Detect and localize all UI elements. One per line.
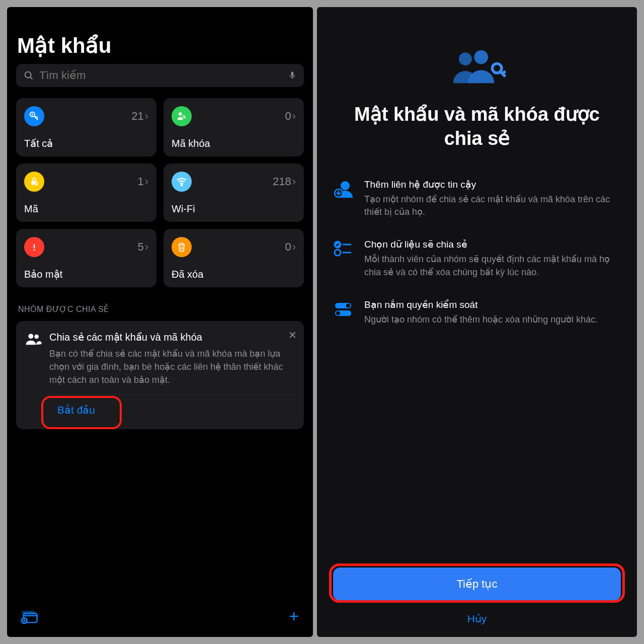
category-grid: 21› Tất cả 0› Mã khóa 1› — [16, 98, 304, 287]
bottom-toolbar: + — [16, 597, 304, 637]
passwords-screen: Mật khẩu 21› Tất cả — [7, 7, 313, 637]
feature-control: Bạn nắm quyền kiểm soát Người tạo nhóm c… — [333, 299, 621, 326]
svg-rect-19 — [22, 611, 34, 614]
svg-point-16 — [28, 334, 33, 339]
svg-rect-12 — [34, 244, 35, 248]
svg-point-17 — [34, 335, 39, 339]
tile-count: 1 — [137, 175, 143, 188]
tile-deleted[interactable]: 0› Đã xóa — [164, 229, 304, 287]
svg-point-38 — [346, 303, 350, 307]
mic-icon[interactable] — [288, 70, 297, 81]
tile-passkeys[interactable]: 0› Mã khóa — [164, 98, 304, 156]
alert-icon — [24, 237, 44, 257]
tile-count: 5 — [137, 240, 143, 254]
tile-label: Bảo mật — [24, 268, 148, 280]
feature-desc: Tạo một nhóm để chia sẻ các mật khẩu và … — [364, 193, 621, 218]
chevron-icon: › — [292, 175, 296, 188]
svg-point-6 — [179, 112, 182, 115]
people-key-icon — [447, 48, 507, 85]
feature-trusted-contacts: Thêm liên hệ được tin cậy Tạo một nhóm đ… — [333, 179, 621, 218]
toggles-icon — [333, 299, 353, 319]
chevron-icon: › — [145, 175, 148, 188]
svg-point-25 — [474, 50, 488, 64]
feature-choose-data: Chọn dữ liệu sẽ chia sẻ Mỗi thành viên c… — [333, 238, 621, 278]
chevron-icon: › — [145, 240, 148, 254]
share-card-title: Chia sẻ các mật khẩu và mã khóa — [49, 331, 295, 343]
wifi-icon — [172, 172, 192, 192]
search-icon — [23, 70, 34, 81]
svg-point-5 — [32, 114, 33, 115]
svg-point-11 — [181, 185, 183, 186]
wallet-add-icon[interactable] — [21, 609, 38, 624]
checklist-icon — [333, 238, 353, 259]
close-icon[interactable]: ✕ — [288, 329, 297, 341]
svg-rect-2 — [291, 72, 294, 76]
tile-label: Đã xóa — [172, 269, 296, 280]
divider — [49, 394, 295, 395]
svg-point-24 — [459, 52, 472, 65]
key-icon — [24, 106, 44, 126]
svg-point-0 — [25, 72, 31, 78]
continue-button[interactable]: Tiếp tục — [333, 568, 621, 601]
tile-codes[interactable]: 1› Mã — [16, 164, 156, 222]
tile-label: Mã khóa — [172, 138, 296, 149]
tile-security[interactable]: 5› Bảo mật — [16, 229, 156, 287]
people-icon — [25, 332, 42, 346]
tile-count: 21 — [131, 110, 143, 123]
tile-count: 0 — [285, 110, 291, 123]
hero-title: Mật khẩu và mã khóa được chia sẻ — [333, 103, 621, 150]
svg-point-40 — [336, 311, 340, 315]
search-bar[interactable] — [16, 64, 304, 87]
svg-line-8 — [185, 117, 186, 118]
tile-wifi[interactable]: 218› Wi-Fi — [164, 164, 304, 222]
svg-point-13 — [34, 249, 35, 251]
tile-count: 0 — [285, 240, 291, 254]
chevron-icon: › — [292, 110, 296, 123]
tile-all[interactable]: 21› Tất cả — [16, 98, 156, 156]
tile-label: Mã — [24, 203, 148, 215]
trash-icon — [172, 237, 192, 257]
lock-clock-icon — [24, 172, 44, 192]
svg-point-29 — [341, 181, 350, 190]
tile-count: 218 — [273, 175, 291, 188]
start-button[interactable]: Bắt đầu — [49, 400, 103, 420]
tile-label: Tất cả — [24, 137, 148, 149]
add-button[interactable]: + — [289, 606, 299, 626]
section-header-shared-groups: NHÓM ĐƯỢC CHIA SẺ — [18, 304, 304, 314]
feature-desc: Mỗi thành viên của nhóm sẽ quyết định cá… — [364, 253, 621, 278]
page-title: Mật khẩu — [17, 33, 304, 58]
feature-title: Bạn nắm quyền kiểm soát — [364, 299, 621, 310]
share-card: ✕ Chia sẻ các mật khẩu và mã khóa Bạn có… — [16, 321, 304, 429]
feature-title: Thêm liên hệ được tin cậy — [364, 179, 621, 190]
chevron-icon: › — [145, 110, 148, 123]
tile-label: Wi-Fi — [172, 203, 296, 215]
svg-line-1 — [30, 77, 32, 79]
chevron-icon: › — [292, 240, 296, 254]
search-input[interactable] — [39, 69, 283, 82]
cancel-button[interactable]: Hủy — [467, 613, 487, 625]
svg-point-35 — [335, 250, 341, 256]
svg-line-28 — [503, 71, 506, 74]
feature-title: Chọn dữ liệu sẽ chia sẻ — [364, 238, 621, 250]
person-add-icon — [333, 179, 353, 199]
feature-desc: Người tạo nhóm có thể thêm hoặc xóa nhữn… — [364, 313, 621, 326]
person-key-icon — [172, 106, 192, 126]
share-card-desc: Bạn có thể chia sẻ các mật khẩu và mã kh… — [49, 347, 295, 386]
share-intro-screen: Mật khẩu và mã khóa được chia sẻ Thêm li… — [317, 7, 637, 637]
